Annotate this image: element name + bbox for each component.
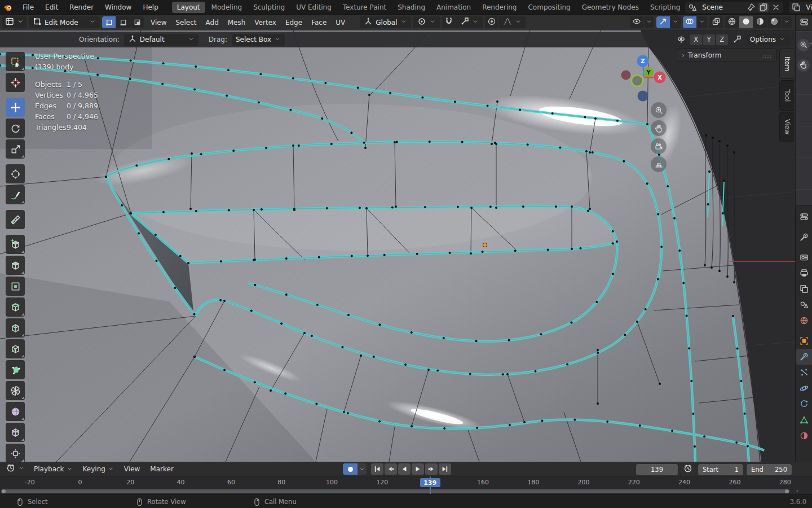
orientation-dropdown[interactable]: Global — [360, 16, 411, 28]
menu-window[interactable]: Window — [99, 0, 137, 14]
timeline-menu-keying[interactable]: Keying — [78, 465, 119, 473]
scene-tab[interactable] — [796, 297, 812, 313]
object-tab[interactable] — [796, 333, 812, 349]
timeline-menu-view[interactable]: View — [119, 465, 145, 473]
menu-help[interactable]: Help — [137, 0, 164, 14]
shading-wireframe[interactable] — [725, 16, 739, 28]
visibility-toggle[interactable] — [630, 16, 643, 28]
properties-editor-header[interactable] — [796, 15, 812, 31]
modifiers-tab[interactable] — [796, 349, 812, 365]
timeline-menu-playback[interactable]: Playback — [29, 465, 78, 473]
shading-rendered[interactable] — [767, 16, 781, 28]
face-select-button[interactable] — [130, 16, 144, 28]
snap-settings-dropdown[interactable] — [456, 16, 483, 28]
overlays-dropdown[interactable] — [697, 16, 707, 28]
menu-edit[interactable]: Edit — [39, 0, 64, 14]
zoom-in-button[interactable] — [651, 102, 667, 118]
workspace-tab-scripting[interactable]: Scripting — [645, 2, 685, 13]
proportional-edit-toggle[interactable] — [485, 16, 498, 28]
tool-loop-cut[interactable] — [6, 318, 25, 338]
data-tab[interactable] — [796, 412, 812, 428]
show-overlays-toggle[interactable] — [683, 16, 696, 28]
workspace-tab-shading[interactable]: Shading — [392, 2, 430, 13]
tool-tab[interactable] — [796, 229, 812, 245]
sidebar-tab-tool[interactable]: Tool — [779, 80, 794, 111]
sidebar-tab-item[interactable]: Item — [779, 49, 794, 79]
scene-selector[interactable]: Scene — [685, 2, 783, 13]
playhead-badge[interactable]: 139 — [420, 478, 440, 487]
editor-type-button[interactable] — [2, 16, 27, 28]
mode-dropdown[interactable]: Edit Mode — [29, 16, 100, 28]
pan-icon[interactable] — [797, 59, 810, 72]
mirror-y-toggle[interactable]: Y — [703, 34, 715, 45]
zoom-in-icon[interactable] — [797, 39, 810, 51]
tool-add-cube[interactable] — [6, 235, 25, 254]
tool-shrink-fatten[interactable] — [6, 444, 25, 462]
viewlayer-selector[interactable]: ViewLayer — [789, 2, 812, 13]
camera-view-button[interactable] — [651, 138, 667, 154]
tool-move[interactable] — [6, 98, 25, 117]
pin-icon[interactable] — [746, 3, 756, 12]
jump-to-start-button[interactable] — [371, 463, 383, 475]
frame-end-field[interactable]: End250 — [747, 464, 792, 475]
previous-keyframe-button[interactable] — [385, 463, 397, 475]
mirror-icon[interactable] — [677, 35, 686, 44]
unlink-scene-icon[interactable] — [771, 3, 781, 12]
tool-spin[interactable] — [6, 381, 25, 400]
toggle-projection-button[interactable] — [651, 156, 667, 172]
shading-material[interactable] — [753, 16, 767, 28]
visibility-dropdown[interactable] — [644, 16, 654, 28]
menu-render[interactable]: Render — [64, 0, 99, 14]
tool-bevel[interactable] — [6, 297, 25, 317]
viewport-menu-select[interactable]: Select — [171, 19, 201, 27]
transform-panel-header[interactable]: › Transform :::: — [677, 49, 777, 62]
play-reverse-button[interactable] — [398, 463, 411, 475]
material-tab[interactable] — [796, 428, 812, 444]
transform-orientation-dropdown[interactable]: Default — [124, 34, 198, 46]
tool-rotate[interactable] — [6, 119, 25, 138]
workspace-tab-texture-paint[interactable]: Texture Paint — [338, 2, 391, 13]
workspace-tab-modeling[interactable]: Modeling — [206, 2, 248, 13]
editor-type[interactable] — [796, 209, 812, 225]
workspace-tab-compositing[interactable]: Compositing — [523, 2, 575, 13]
use-preview-range-button[interactable] — [681, 463, 695, 475]
snap-toggle[interactable] — [442, 16, 456, 28]
tool-scale[interactable] — [6, 139, 25, 159]
viewport-menu-mesh[interactable]: Mesh — [223, 19, 250, 27]
constraints-tab[interactable] — [796, 396, 812, 412]
current-frame-field[interactable]: 139 — [636, 464, 678, 475]
new-scene-icon[interactable] — [758, 3, 769, 12]
gizmos-dropdown[interactable] — [670, 16, 681, 28]
timeline-ruler[interactable]: -200204060801001201401601802002202402602… — [0, 476, 812, 489]
mini-viewport[interactable]: ‹ — [796, 31, 812, 205]
drag-grip-icon[interactable]: :::: — [762, 52, 772, 59]
output-tab[interactable] — [796, 265, 812, 281]
jump-to-end-button[interactable] — [439, 463, 451, 475]
next-keyframe-button[interactable] — [425, 463, 438, 475]
pivot-dropdown[interactable] — [413, 16, 440, 28]
viewport-menu-edge[interactable]: Edge — [281, 19, 307, 27]
timeline-menu-marker[interactable]: Marker — [145, 465, 178, 473]
navigation-gizmo[interactable]: Y Z X — [617, 53, 674, 110]
edge-select-button[interactable] — [116, 16, 130, 28]
shading-solid[interactable] — [739, 16, 753, 28]
particles-tab[interactable] — [796, 365, 812, 380]
workspace-tab-uv-editing[interactable]: UV Editing — [291, 2, 337, 13]
xray-toggle[interactable] — [709, 16, 723, 28]
mirror-x-toggle[interactable]: X — [690, 34, 702, 45]
viewport-menu-vertex[interactable]: Vertex — [250, 19, 281, 27]
workspace-tab-rendering[interactable]: Rendering — [477, 2, 522, 13]
auto-keyframe-toggle[interactable] — [343, 463, 367, 475]
tool-inset-faces[interactable] — [6, 277, 25, 296]
drag-mode-dropdown[interactable]: Select Box — [232, 34, 285, 46]
vertex-select-button[interactable] — [102, 16, 116, 28]
scroll-right-arrow-icon[interactable]: ‹ — [796, 487, 798, 494]
blender-logo-icon[interactable] — [0, 2, 17, 12]
shading-dropdown[interactable] — [782, 16, 792, 28]
viewport-menu-add[interactable]: Add — [201, 19, 223, 27]
menu-file[interactable]: File — [17, 0, 39, 14]
world-tab[interactable] — [796, 313, 812, 329]
view-layer-tab[interactable] — [796, 281, 812, 297]
play-button[interactable] — [412, 463, 424, 475]
tool-cursor[interactable] — [6, 73, 25, 92]
